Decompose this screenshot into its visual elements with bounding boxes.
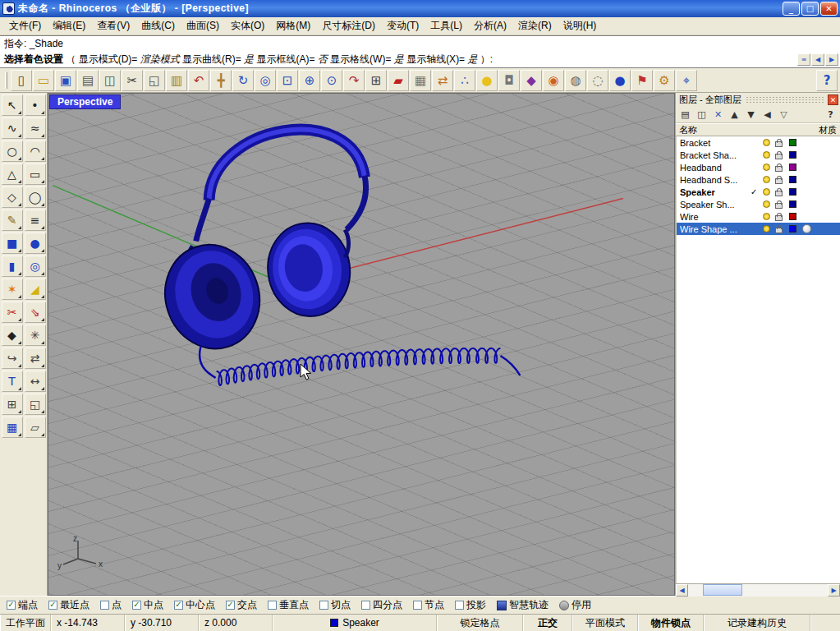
move-down-icon[interactable]: ▼ xyxy=(743,108,759,122)
layer-name[interactable]: Wire xyxy=(680,212,750,222)
wire-coil[interactable] xyxy=(217,348,501,385)
dimension-icon[interactable]: ↔ xyxy=(25,371,46,392)
layer-row[interactable]: Speaker Sh... ✓ xyxy=(677,198,840,210)
polyline-icon[interactable]: △ xyxy=(2,164,23,185)
point-icon[interactable]: • xyxy=(25,94,46,116)
command-prev-icon[interactable]: ◀ xyxy=(811,53,824,66)
pan-hand-icon[interactable]: ╋ xyxy=(210,70,232,91)
menu-item[interactable]: 文件(F) xyxy=(3,17,47,35)
text-icon[interactable]: T xyxy=(2,371,23,392)
target-icon[interactable]: ⌖ xyxy=(676,70,697,91)
sphere-icon[interactable]: ● xyxy=(25,233,46,254)
export-icon[interactable]: ◫ xyxy=(99,70,121,91)
layer-row[interactable]: Headband ✓ xyxy=(677,161,840,173)
viewport-layout-icon[interactable]: ⊞ xyxy=(365,70,387,91)
cplane-pane[interactable]: 工作平面 xyxy=(0,615,51,631)
explode-icon[interactable]: ✶ xyxy=(2,279,23,300)
panel-close-icon[interactable]: ✕ xyxy=(828,94,838,105)
command-next-icon[interactable]: ▶ xyxy=(825,53,838,66)
hatch-icon[interactable]: ▦ xyxy=(410,70,431,91)
interpcurve-icon[interactable]: ≈ xyxy=(25,117,46,139)
copy-icon[interactable]: ◱ xyxy=(144,70,165,91)
layer-color-swatch[interactable] xyxy=(789,225,796,233)
wire-lead[interactable] xyxy=(200,346,216,378)
move-up-icon[interactable]: ▲ xyxy=(727,108,742,122)
layer-color-swatch[interactable] xyxy=(789,139,796,146)
scrollbar-track[interactable] xyxy=(688,584,828,596)
layer-visibility-bulb-icon[interactable] xyxy=(763,151,770,159)
layer-row[interactable]: Speaker ✓ xyxy=(677,186,840,198)
osnap-toggle[interactable]: ✓ 四分点 xyxy=(361,598,402,612)
left-bracket[interactable] xyxy=(196,199,209,242)
menu-item[interactable]: 曲面(S) xyxy=(181,17,225,35)
menu-item[interactable]: 曲线(C) xyxy=(135,17,181,35)
zoom-back-icon[interactable]: ↷ xyxy=(343,70,365,91)
cylinder-icon[interactable]: ▮ xyxy=(2,256,23,277)
tube-icon[interactable]: ◎ xyxy=(25,256,46,277)
circle-icon[interactable]: ○ xyxy=(2,140,23,162)
array-rect-icon[interactable]: ⊞ xyxy=(2,394,23,415)
osnap-checkbox[interactable]: ✓ xyxy=(100,601,109,610)
render-icon[interactable]: ◆ xyxy=(521,70,542,91)
layer-name[interactable]: Headband xyxy=(680,163,750,173)
zoom-window-icon[interactable]: ⊡ xyxy=(277,70,298,91)
menu-item[interactable]: 编辑(E) xyxy=(47,17,91,35)
osnap-checkbox[interactable]: ✓ xyxy=(413,601,422,610)
polar-array-icon[interactable]: ✳ xyxy=(25,325,46,346)
select-icon[interactable]: ↖ xyxy=(2,94,23,116)
osnap-toggle[interactable]: ✓ 节点 xyxy=(413,598,444,612)
wireframe-sphere-icon[interactable]: ◍ xyxy=(565,70,586,91)
layer-lock-icon[interactable] xyxy=(775,166,783,172)
boolean-icon[interactable]: ◆ xyxy=(2,325,23,346)
rectangle-icon[interactable]: ▭ xyxy=(25,164,46,185)
close-button[interactable]: ✕ xyxy=(820,2,838,16)
layer-visibility-bulb-icon[interactable] xyxy=(763,139,770,146)
panel-drag-grip[interactable] xyxy=(746,96,824,104)
osnap-toggle[interactable]: ✓ 切点 xyxy=(319,598,351,612)
help-icon[interactable]: ? xyxy=(816,70,838,91)
orient-icon[interactable]: ⇄ xyxy=(432,70,453,91)
layer-row[interactable]: Wire Shape ... ✓ xyxy=(677,223,840,235)
undo-icon[interactable]: ↶ xyxy=(188,70,209,91)
ortho-pane[interactable]: 正交 xyxy=(523,615,572,631)
extrude-icon[interactable]: ✎ xyxy=(2,210,23,231)
layer-lock-icon[interactable] xyxy=(775,228,783,233)
history-icon[interactable]: ▱ xyxy=(25,417,46,438)
layer-color-swatch[interactable] xyxy=(789,188,796,196)
layer-visibility-bulb-icon[interactable] xyxy=(763,176,770,183)
print-icon[interactable]: ▤ xyxy=(77,70,99,91)
planar-pane[interactable]: 平面模式 xyxy=(572,615,638,631)
osnap-checkbox[interactable]: ✓ xyxy=(319,601,328,610)
open-file-icon[interactable]: ▭ xyxy=(33,70,54,91)
layer-lock-icon[interactable] xyxy=(775,215,783,221)
curve-icon[interactable]: ∿ xyxy=(2,117,23,139)
paste-icon[interactable]: ▥ xyxy=(166,70,187,91)
osnap-toggle[interactable]: ✓ 交点 xyxy=(226,598,257,612)
scroll-right-icon[interactable]: ▶ xyxy=(828,584,840,596)
copy-icon[interactable]: ◱ xyxy=(25,394,46,415)
command-prompt-line[interactable]: 选择着色设置 （ 显示模式(D)= 渲染模式 显示曲线(R)= 是 显示框线(A… xyxy=(0,52,840,67)
filter-icon[interactable]: ▽ xyxy=(776,108,792,122)
rotate-view-icon[interactable]: ↻ xyxy=(232,70,254,91)
menu-item[interactable]: 查看(V) xyxy=(91,17,135,35)
osnap-toggle[interactable]: ✓ 垂直点 xyxy=(268,598,309,612)
3d-scene[interactable] xyxy=(48,94,674,595)
new-sublayer-icon[interactable]: ◫ xyxy=(694,108,709,122)
layer-visibility-bulb-icon[interactable] xyxy=(763,200,770,208)
command-popup-icon[interactable]: ≡ xyxy=(797,53,810,66)
layer-name[interactable]: Wire Shape ... xyxy=(680,224,750,234)
lightbulb-icon[interactable]: ● xyxy=(476,70,498,91)
layer-name[interactable]: Bracket xyxy=(680,138,750,148)
scale-icon[interactable]: ⇘ xyxy=(25,302,46,323)
lock-icon[interactable]: ◘ xyxy=(498,70,520,91)
array-icon[interactable]: ∴ xyxy=(454,70,475,91)
layer-name[interactable]: Speaker Sh... xyxy=(680,200,750,210)
scrollbar-thumb[interactable] xyxy=(703,584,742,596)
save-icon[interactable]: ▣ xyxy=(55,70,76,91)
headphones-model[interactable] xyxy=(152,130,521,385)
ellipse-icon[interactable]: ◯ xyxy=(25,187,46,208)
osnap-checkbox[interactable]: ✓ xyxy=(361,601,370,610)
box-icon[interactable]: ■ xyxy=(2,233,23,254)
minimize-button[interactable]: _ xyxy=(783,2,800,16)
layer-lock-icon[interactable] xyxy=(775,141,783,147)
